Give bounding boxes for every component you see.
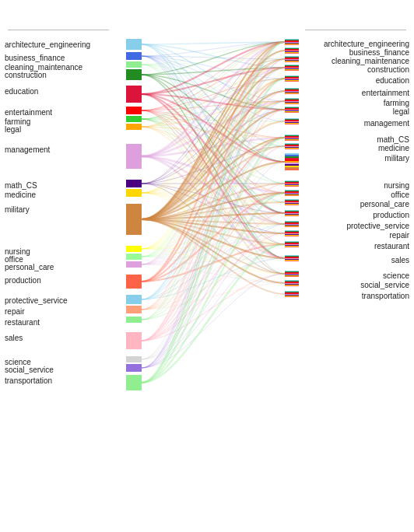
son-bar-entertainment: [285, 88, 299, 94]
father-label-construction: construction: [5, 71, 47, 79]
father-bar-restaurant: [126, 317, 142, 323]
alluvial-chart: [0, 0, 414, 532]
son-bar-restaurant: [285, 241, 299, 247]
father-bar-repair: [126, 306, 142, 313]
son-bar-construction: [285, 65, 299, 71]
son-bar-repair: [285, 230, 299, 236]
father-bar-science: [126, 356, 142, 362]
father-label-production: production: [5, 276, 41, 285]
son-label-legal: legal: [393, 107, 409, 116]
son-label-math---: math_CS: [377, 135, 409, 144]
father-label-protective-service: protective_service: [5, 296, 68, 305]
son-label-cleaning-maintenance: cleaning_maintenance: [332, 57, 409, 65]
father-label-entertainment: entertainment: [5, 108, 52, 117]
son-bar-medicine: [285, 143, 299, 149]
chart-container: architecture_engineeringbusiness_finance…: [0, 0, 414, 532]
father-bar-business-finance: [126, 52, 142, 60]
son-bar-military: [285, 153, 299, 170]
father-bar-education: [126, 86, 142, 103]
father-bar-cleaning-maintenance: [126, 61, 142, 68]
father-label-social-service: social_service: [5, 366, 54, 374]
father-bar-production: [126, 275, 142, 289]
son-label-science: science: [383, 271, 409, 280]
son-label-sales: sales: [391, 256, 409, 264]
son-label-personal-care: personal_care: [360, 200, 409, 208]
son-label-transportation: transportation: [362, 292, 409, 300]
father-label-education: education: [5, 87, 38, 96]
son-bar-social-service: [285, 280, 299, 286]
son-bar-office: [285, 190, 299, 196]
son-bar-transportation: [285, 291, 299, 297]
father-bar-transportation: [126, 375, 142, 390]
father-bar-management: [126, 144, 142, 169]
son-bar-production: [285, 210, 299, 216]
father-label-personal-care: personal_care: [5, 263, 54, 271]
father-label-transportation: transportation: [5, 376, 52, 385]
son-label-office: office: [391, 191, 409, 199]
son-label-construction: construction: [367, 65, 409, 74]
son-bar-nursing: [285, 180, 299, 187]
father-bar-military: [126, 204, 142, 235]
father-bar-office: [126, 254, 142, 260]
son-label-nursing: nursing: [384, 181, 409, 190]
son-label-production: production: [373, 211, 409, 219]
father-bar-medicine: [126, 189, 142, 197]
father-bar-farming: [126, 116, 142, 122]
son-divider: [305, 30, 406, 30]
son-label-entertainment: entertainment: [362, 89, 409, 97]
father-bar-legal: [126, 124, 142, 130]
son-bar-legal: [285, 107, 299, 113]
father-label-military: military: [5, 205, 30, 214]
son-label-restaurant: restaurant: [374, 242, 409, 250]
father-label-legal: legal: [5, 125, 21, 134]
son-bar-farming: [285, 98, 299, 104]
father-label-business-finance: business_finance: [5, 54, 65, 62]
son-label-protective-service: protective_service: [346, 222, 409, 230]
father-bar-architecture-engineering: [126, 39, 142, 50]
father-bar-social-service: [126, 364, 142, 372]
father-label-medicine: medicine: [5, 191, 36, 199]
father-label-management: management: [5, 145, 50, 154]
son-bar-science: [285, 271, 299, 277]
son-bar-protective-service: [285, 221, 299, 227]
son-label-management: management: [364, 119, 409, 128]
father-bar-construction: [126, 69, 142, 80]
chart-title: [0, 0, 414, 8]
father-label-architecture-engineering: architecture_engineering: [5, 40, 90, 49]
son-label-military: military: [384, 154, 409, 163]
father-label-math---: math_CS: [5, 181, 37, 190]
father-bar-nursing: [126, 246, 142, 252]
son-bar-sales: [285, 255, 299, 261]
son-label-social-service: social_service: [360, 281, 409, 289]
son-label-business-finance: business_finance: [349, 48, 409, 57]
father-divider: [8, 30, 109, 30]
son-bar-management: [285, 118, 299, 124]
father-bar-sales: [126, 332, 142, 349]
son-bar-math---: [285, 135, 299, 141]
father-bar-entertainment: [126, 107, 142, 114]
son-bar-education: [285, 75, 299, 82]
son-label-farming: farming: [384, 99, 409, 107]
father-label-restaurant: restaurant: [5, 318, 40, 327]
father-bar-personal-care: [126, 261, 142, 268]
father-bar-protective-service: [126, 295, 142, 304]
son-label-architecture-engineering: architecture_engineering: [324, 40, 409, 48]
father-label-sales: sales: [5, 334, 23, 342]
son-bar-business-finance: [285, 47, 299, 54]
son-bar-personal-care: [285, 199, 299, 205]
son-label-repair: repair: [389, 231, 409, 240]
son-label-medicine: medicine: [378, 144, 409, 152]
father-label-repair: repair: [5, 307, 25, 316]
father-bar-math---: [126, 180, 142, 187]
son-bar-architecture-engineering: [285, 39, 299, 45]
son-bar-cleaning-maintenance: [285, 56, 299, 62]
son-label-education: education: [376, 76, 409, 85]
